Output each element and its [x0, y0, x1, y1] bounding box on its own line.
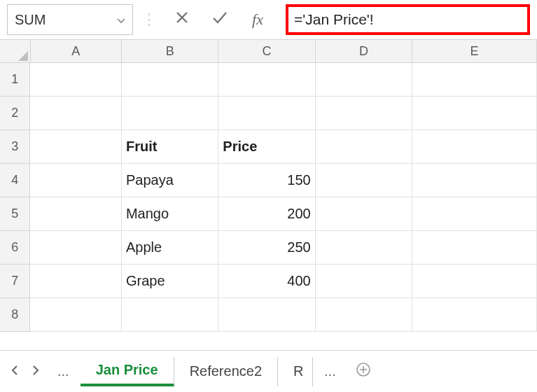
- sheet-tab[interactable]: Reference2: [174, 357, 278, 386]
- cell[interactable]: [412, 197, 537, 231]
- chevron-down-icon: [117, 13, 125, 27]
- cell[interactable]: 200: [218, 197, 315, 231]
- column-header-E[interactable]: E: [412, 40, 537, 62]
- cell[interactable]: [122, 97, 218, 130]
- cell[interactable]: [122, 63, 218, 97]
- tab-overflow-left[interactable]: ...: [46, 363, 81, 379]
- grid-row: 3 Fruit Price: [0, 130, 537, 164]
- cell[interactable]: [316, 265, 412, 298]
- cell[interactable]: Fruit: [122, 130, 218, 164]
- cell[interactable]: [316, 298, 412, 332]
- cell[interactable]: Apple: [122, 231, 218, 265]
- name-box[interactable]: SUM: [7, 4, 133, 35]
- row-header[interactable]: 3: [0, 130, 30, 164]
- cell[interactable]: [316, 63, 412, 97]
- cell[interactable]: Papaya: [122, 164, 218, 197]
- sheet-tab[interactable]: R: [278, 357, 313, 386]
- cell[interactable]: [30, 197, 121, 231]
- cell[interactable]: [122, 298, 218, 332]
- row-header[interactable]: 4: [0, 164, 30, 197]
- select-all-corner[interactable]: [0, 40, 31, 62]
- cell[interactable]: [316, 164, 412, 197]
- cell[interactable]: Mango: [122, 197, 218, 231]
- grid-row: 8: [0, 298, 537, 332]
- row-header[interactable]: 5: [0, 197, 30, 231]
- grid-rows: 1 2 3 Fruit Price 4 Papaya 150: [0, 63, 537, 332]
- cell[interactable]: 150: [218, 164, 315, 197]
- cell[interactable]: Price: [218, 130, 315, 164]
- new-sheet-button[interactable]: [347, 358, 379, 386]
- cancel-button[interactable]: [165, 4, 199, 35]
- column-header-C[interactable]: C: [218, 40, 315, 62]
- cell[interactable]: 250: [218, 231, 315, 265]
- column-header-D[interactable]: D: [316, 40, 412, 62]
- column-header-B[interactable]: B: [122, 40, 218, 62]
- divider: ⋮: [137, 10, 161, 29]
- cell[interactable]: [30, 164, 121, 197]
- cell[interactable]: [412, 265, 537, 298]
- cell[interactable]: [218, 298, 315, 332]
- cell[interactable]: Grape: [122, 265, 218, 298]
- fx-button[interactable]: fx: [241, 4, 274, 35]
- row-header[interactable]: 8: [0, 298, 30, 332]
- cell[interactable]: [412, 63, 537, 97]
- formula-bar: SUM ⋮ fx ='Jan Price'!: [0, 0, 537, 39]
- close-icon: [175, 10, 189, 29]
- cell[interactable]: [412, 97, 537, 130]
- cell[interactable]: 400: [218, 265, 315, 298]
- row-header[interactable]: 2: [0, 97, 30, 130]
- fx-icon: fx: [252, 10, 263, 29]
- cell[interactable]: [30, 97, 121, 130]
- formula-text: ='Jan Price'!: [294, 11, 374, 28]
- plus-circle-icon: [356, 362, 371, 381]
- cell[interactable]: [316, 231, 412, 265]
- chevron-left-icon: [11, 365, 18, 378]
- tab-nav-next[interactable]: [25, 358, 46, 386]
- cell[interactable]: [316, 197, 412, 231]
- sheet-tab-bar: ... Jan Price Reference2 R ...: [0, 350, 537, 392]
- column-header-A[interactable]: A: [31, 40, 122, 62]
- cell[interactable]: [412, 130, 537, 164]
- grid-row: 4 Papaya 150: [0, 164, 537, 197]
- column-headers: A B C D E: [0, 39, 537, 63]
- cell[interactable]: [412, 164, 537, 197]
- spreadsheet-grid: A B C D E 1 2 3 Fruit Price: [0, 39, 537, 350]
- cell[interactable]: [316, 130, 412, 164]
- cell[interactable]: [316, 97, 412, 130]
- row-header[interactable]: 7: [0, 265, 30, 298]
- name-box-value: SUM: [15, 12, 46, 28]
- tab-nav-prev[interactable]: [4, 358, 25, 386]
- cell[interactable]: [218, 63, 315, 97]
- grid-row: 6 Apple 250: [0, 231, 537, 265]
- sheet-tab-active[interactable]: Jan Price: [81, 357, 174, 386]
- cell[interactable]: [218, 97, 315, 130]
- cell[interactable]: [412, 231, 537, 265]
- row-header[interactable]: 1: [0, 63, 30, 97]
- formula-input[interactable]: ='Jan Price'!: [286, 4, 530, 35]
- tab-overflow-right[interactable]: ...: [313, 363, 347, 379]
- cell[interactable]: [30, 298, 121, 332]
- row-header[interactable]: 6: [0, 231, 30, 265]
- cell[interactable]: [30, 265, 121, 298]
- cell[interactable]: [30, 63, 121, 97]
- check-icon: [211, 10, 228, 29]
- cell[interactable]: [30, 231, 121, 265]
- chevron-right-icon: [32, 365, 39, 378]
- grid-row: 1: [0, 63, 537, 97]
- enter-button[interactable]: [203, 4, 237, 35]
- grid-row: 7 Grape 400: [0, 265, 537, 298]
- cell[interactable]: [412, 298, 537, 332]
- cell[interactable]: [30, 130, 121, 164]
- grid-row: 5 Mango 200: [0, 197, 537, 231]
- grid-row: 2: [0, 97, 537, 130]
